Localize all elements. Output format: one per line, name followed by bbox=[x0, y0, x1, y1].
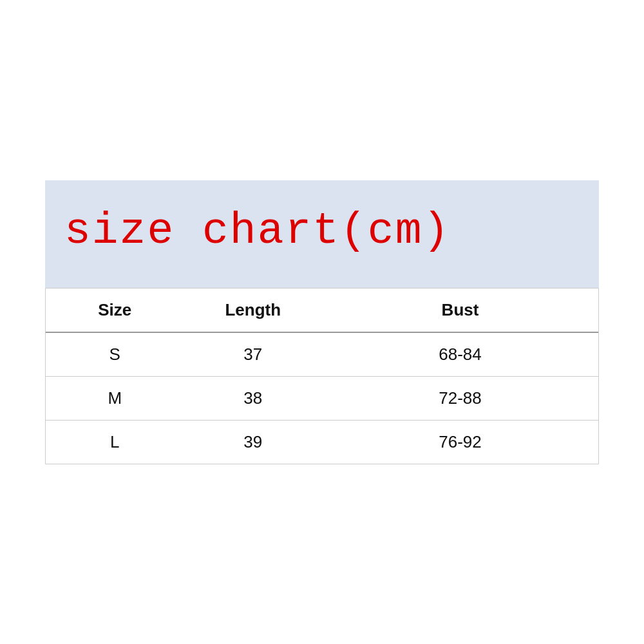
bust-m: 72-88 bbox=[322, 376, 598, 420]
bust-l: 76-92 bbox=[322, 420, 598, 464]
length-l: 39 bbox=[184, 420, 323, 464]
table-row: L 39 76-92 bbox=[46, 420, 598, 464]
header-row: Size Length Bust bbox=[46, 289, 598, 332]
header-section: size chart(cm) bbox=[45, 180, 599, 288]
main-container: size chart(cm) Size Length Bust S 37 68-… bbox=[45, 180, 599, 464]
size-chart-table: Size Length Bust S 37 68-84 M 38 72-88 L bbox=[46, 289, 598, 464]
length-m: 38 bbox=[184, 376, 323, 420]
column-header-size: Size bbox=[46, 289, 184, 332]
size-l: L bbox=[46, 420, 184, 464]
table-header: Size Length Bust bbox=[46, 289, 598, 332]
size-chart-table-section: Size Length Bust S 37 68-84 M 38 72-88 L bbox=[45, 288, 599, 464]
column-header-length: Length bbox=[184, 289, 323, 332]
size-m: M bbox=[46, 376, 184, 420]
table-body: S 37 68-84 M 38 72-88 L 39 76-92 bbox=[46, 332, 598, 464]
bust-s: 68-84 bbox=[322, 332, 598, 377]
table-row: S 37 68-84 bbox=[46, 332, 598, 377]
length-s: 37 bbox=[184, 332, 323, 377]
table-row: M 38 72-88 bbox=[46, 376, 598, 420]
chart-title: size chart(cm) bbox=[64, 206, 580, 256]
column-header-bust: Bust bbox=[322, 289, 598, 332]
size-s: S bbox=[46, 332, 184, 377]
